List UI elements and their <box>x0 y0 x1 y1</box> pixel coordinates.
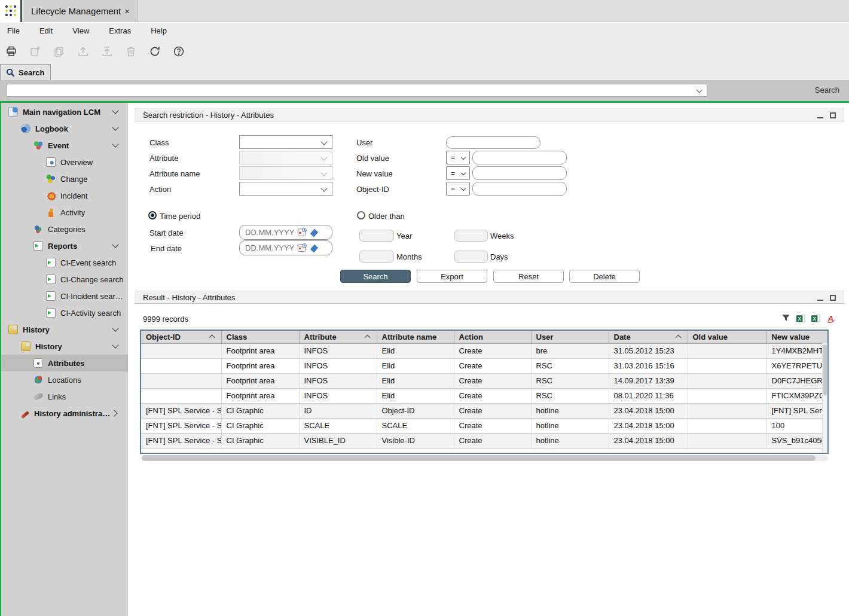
column-header-new-value[interactable]: New value <box>766 331 829 343</box>
table-row[interactable]: Footprint areaINFOSElidCreateRSC31.03.20… <box>141 358 829 373</box>
minimize-icon[interactable] <box>817 117 823 118</box>
table-row[interactable]: Footprint areaINFOSElidCreateRSC14.09.20… <box>141 373 829 388</box>
end-date-field[interactable] <box>239 240 332 255</box>
delete-button[interactable]: Delete <box>569 270 640 283</box>
chevron-down-icon[interactable] <box>112 341 118 348</box>
sidebar-item-ci-activity-search[interactable]: CI-Activity search <box>1 304 128 321</box>
close-icon[interactable]: × <box>124 6 130 16</box>
sidebar-item-logbook[interactable]: Logbook <box>1 120 128 137</box>
sidebar-item-ci-event-search[interactable]: CI-Event search <box>1 254 128 271</box>
time-period-radio[interactable] <box>148 211 157 219</box>
chevron-down-icon[interactable] <box>112 241 118 248</box>
tab-lifecycle-management[interactable]: Lifecycle Management × <box>24 0 138 22</box>
reset-button[interactable]: Reset <box>493 270 564 283</box>
sidebar-item-overview[interactable]: Overview <box>1 154 128 170</box>
chevron-down-icon[interactable] <box>112 141 118 147</box>
menu-view[interactable]: View <box>72 26 89 35</box>
table-row[interactable]: Footprint areaINFOSElidCreatebre31.05.20… <box>141 343 829 358</box>
table-row[interactable]: [FNT] SPL Service - SVSCI GraphicSCALESC… <box>141 418 829 433</box>
action-select[interactable] <box>239 182 332 196</box>
object-id-operator-select[interactable]: = <box>446 182 470 196</box>
chevron-down-icon[interactable] <box>112 107 118 114</box>
column-header-user[interactable]: User <box>531 331 609 343</box>
records-count: 9999 records <box>143 315 188 324</box>
export-pdf-icon[interactable]: A <box>826 313 836 324</box>
help-icon[interactable] <box>172 45 185 58</box>
clear-date-icon[interactable] <box>309 243 319 253</box>
sidebar-item-incident[interactable]: Incident <box>1 187 128 204</box>
table-row[interactable]: [FNT] SPL Service - SVSCI GraphicVISIBLE… <box>141 433 829 448</box>
sidebar-item-attributes[interactable]: Attributes <box>1 355 128 371</box>
horizontal-scrollbar[interactable] <box>142 455 828 461</box>
start-date-field[interactable] <box>239 225 332 240</box>
sidebar-item-reports[interactable]: Reports <box>1 237 128 254</box>
chevron-down-icon[interactable] <box>697 87 703 93</box>
old-value-input[interactable] <box>472 151 567 164</box>
maximize-icon[interactable] <box>830 112 836 118</box>
overview-icon <box>46 157 56 167</box>
chevron-right-icon[interactable] <box>111 410 117 416</box>
menu-file[interactable]: File <box>7 26 20 35</box>
start-date-input[interactable] <box>245 228 295 237</box>
class-select[interactable] <box>239 135 332 149</box>
calendar-icon[interactable] <box>297 243 307 253</box>
app-logo[interactable] <box>0 0 22 22</box>
links-icon <box>33 392 44 401</box>
table-cell <box>141 343 221 358</box>
filter-icon[interactable] <box>781 313 791 324</box>
chevron-down-icon[interactable] <box>112 124 118 130</box>
export-excel-alt-icon[interactable]: X <box>811 313 821 324</box>
object-id-input[interactable] <box>472 182 567 196</box>
search-action-label[interactable]: Search <box>815 86 839 94</box>
sidebar-item-history[interactable]: History <box>1 321 128 338</box>
column-header-action[interactable]: Action <box>454 331 531 343</box>
chevron-down-icon[interactable] <box>112 325 118 331</box>
sidebar-item-label: Incident <box>60 191 88 200</box>
vertical-scrollbar-thumb[interactable] <box>823 344 827 395</box>
tab-search[interactable]: Search <box>0 64 51 80</box>
column-header-attribute-name[interactable]: Attribute name <box>377 331 454 343</box>
sidebar-item-history-sub[interactable]: History <box>1 338 128 355</box>
sidebar-item-change[interactable]: Change <box>1 170 128 187</box>
sidebar-item-locations[interactable]: Locations <box>1 371 128 388</box>
old-value-operator-select[interactable]: = <box>446 151 470 164</box>
table-row[interactable]: Footprint areaINFOSElidCreateRSC08.01.20… <box>141 388 829 403</box>
maximize-icon[interactable] <box>830 295 836 301</box>
column-header-old-value[interactable]: Old value <box>688 331 766 343</box>
sidebar-item-links[interactable]: Links <box>1 388 128 405</box>
sidebar-item-ci-change-search[interactable]: CI-Change search <box>1 271 128 288</box>
new-value-input[interactable] <box>472 166 567 180</box>
column-header-date[interactable]: Date <box>609 331 688 343</box>
menu-edit[interactable]: Edit <box>39 26 53 35</box>
menu-help[interactable]: Help <box>151 26 167 35</box>
calendar-icon[interactable] <box>297 227 307 237</box>
new-value-label: New value <box>356 169 393 178</box>
older-than-radio[interactable] <box>357 211 365 219</box>
sidebar-item-categories[interactable]: Categories <box>1 221 128 237</box>
sidebar-item-activity[interactable]: Activity <box>1 204 128 221</box>
vertical-scrollbar[interactable] <box>822 343 827 453</box>
table-row[interactable]: [FNT] SPL Service - SVSCI GraphicIDObjec… <box>141 403 829 418</box>
sidebar-item-label: Event <box>48 141 69 150</box>
column-header-object-id[interactable]: Object-ID <box>141 331 221 343</box>
sidebar-item-main-navigation-lcm[interactable]: Main navigation LCM <box>1 103 128 120</box>
minimize-icon[interactable] <box>817 300 823 301</box>
sidebar-item-event[interactable]: Event <box>1 137 128 154</box>
menu-extras[interactable]: Extras <box>109 26 131 35</box>
search-input[interactable] <box>6 84 707 97</box>
export-button[interactable]: Export <box>417 270 487 283</box>
print-icon[interactable] <box>5 45 18 58</box>
end-date-input[interactable] <box>245 243 295 252</box>
refresh-icon[interactable] <box>148 45 161 58</box>
new-value-operator-select[interactable]: = <box>446 166 470 180</box>
search-button[interactable]: Search <box>340 270 411 283</box>
column-header-attribute[interactable]: Attribute <box>299 331 377 343</box>
column-header-class[interactable]: Class <box>221 331 299 343</box>
horizontal-scrollbar-thumb[interactable] <box>142 455 816 461</box>
sidebar-item-history-administration[interactable]: History administra… <box>1 405 128 422</box>
user-input[interactable] <box>446 136 540 149</box>
clear-date-icon[interactable] <box>309 227 319 237</box>
sidebar-item-ci-incident-search[interactable]: CI-Incident sear… <box>1 288 128 304</box>
export-excel-icon[interactable]: X <box>796 313 806 324</box>
table-cell: VISIBLE_ID <box>299 433 377 448</box>
